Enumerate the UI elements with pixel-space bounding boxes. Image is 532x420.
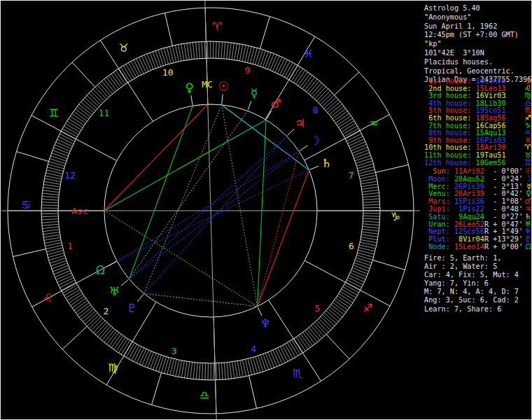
planet-row: Satu: 9Aqu24 - 0°27'♄ — [424, 214, 532, 221]
degree-tick — [362, 229, 379, 231]
chart-header: Astrolog 5.40"Anonymous"Sun April 1, 196… — [424, 4, 532, 85]
degree-tick — [273, 350, 280, 365]
house-number: 10 — [162, 67, 174, 78]
house-cusp-value: 19Tau51 — [476, 152, 506, 160]
mercury-glyph: ☿ — [251, 86, 258, 100]
degree-tick — [243, 360, 246, 376]
house-number: 3 — [172, 346, 177, 356]
degree-tick — [280, 59, 288, 74]
degree-tick — [43, 234, 60, 237]
sign-glyph: ♋ — [21, 198, 31, 211]
degree-tick — [56, 273, 71, 280]
degree-tick — [42, 227, 59, 229]
house-number: 5 — [315, 303, 321, 314]
aspect-line-jupiter-pluto — [144, 136, 287, 294]
degree-tick — [362, 190, 379, 192]
degree-tick — [278, 348, 286, 363]
degree-tick — [240, 360, 244, 377]
header-line: "Anonymous" — [424, 13, 532, 22]
stats-line: Air : 2, Water: 5 — [424, 262, 532, 271]
header-line: Tropical, Geocentric. — [424, 67, 532, 76]
degree-tick — [41, 216, 58, 217]
sign-boundary — [72, 62, 95, 87]
degree-tick — [356, 258, 372, 262]
degree-tick — [190, 362, 192, 379]
degree-tick — [350, 272, 365, 279]
saturn-glyph: ♄ — [321, 156, 332, 170]
house-cusp-list: 1st house: 16Can56♋ 2nd house: 15Leo13♌ … — [424, 78, 532, 167]
degree-tick — [190, 43, 192, 59]
degree-tick — [258, 50, 262, 66]
degree-tick — [184, 43, 187, 60]
degree-tick — [227, 363, 229, 379]
degree-tick — [184, 361, 187, 378]
degree-tick — [283, 345, 290, 360]
sign-boundary — [164, 13, 172, 46]
house-row: 12th house: 18Gem56♊ — [424, 160, 532, 167]
degree-tick — [188, 362, 190, 379]
degree-tick — [363, 221, 379, 223]
daily-motion-value: - 0°24' — [489, 176, 523, 183]
node-glyph: Ω — [96, 263, 105, 277]
degree-tick — [202, 41, 202, 58]
planet-pointer — [267, 111, 272, 119]
degree-tick — [232, 43, 234, 59]
degree-tick — [199, 42, 200, 59]
sign-boundary — [249, 376, 257, 409]
sign-glyph: ♎ — [200, 388, 209, 402]
degree-tick — [355, 260, 371, 266]
degree-tick — [132, 346, 139, 360]
degree-tick — [272, 56, 279, 71]
degree-tick — [348, 277, 363, 284]
stats-line: Fire: 5, Earth: 1, — [424, 254, 532, 262]
degree-tick — [357, 255, 373, 260]
house-label: 1st house: — [424, 78, 476, 85]
degree-tick — [204, 41, 205, 58]
degree-tick — [136, 59, 144, 74]
planet-position-list: Sun: 11Ari02 - 0°00'☉ Moon: 20Aqu52 - 0°… — [424, 168, 532, 251]
header-line: Sun April 1, 1962 — [424, 22, 532, 31]
venus-glyph: ♀ — [186, 80, 194, 94]
daily-motion-value: + 0°00' — [489, 244, 523, 251]
degree-tick — [144, 55, 150, 70]
sign-glyph: ♑ — [391, 210, 400, 223]
degree-tick — [43, 190, 59, 192]
aspect-line-venus-uranus — [129, 106, 192, 279]
degree-tick — [354, 262, 370, 268]
sign-glyph: ♒ — [369, 117, 379, 130]
degree-tick — [234, 361, 237, 378]
stats-line: Yang: 7, Yin: 6 — [424, 279, 532, 288]
degree-tick — [196, 363, 197, 379]
aspect-line-asc-mc — [104, 104, 208, 211]
degree-tick — [350, 141, 365, 148]
aspect-line-saturn-neptune — [258, 170, 309, 307]
degree-tick — [153, 354, 158, 370]
degree-tick — [351, 270, 367, 276]
degree-tick — [45, 176, 61, 179]
degree-tick — [57, 139, 73, 146]
sign-boundary — [17, 152, 49, 162]
degree-tick — [139, 57, 146, 73]
house-number: 4 — [251, 344, 256, 354]
degree-tick — [134, 346, 141, 361]
degree-tick — [230, 362, 232, 379]
degree-tick — [361, 237, 378, 240]
planet-label: Satu: — [424, 214, 450, 221]
degree-tick — [57, 275, 73, 282]
planet-pointer — [222, 94, 223, 104]
house-number: 11 — [99, 108, 110, 118]
degree-tick — [360, 175, 376, 178]
degree-tick — [58, 136, 74, 144]
planet-row: Moon: 20Aqu52 - 0°24'☽ — [424, 176, 532, 183]
degree-tick — [354, 153, 370, 158]
degree-tick — [42, 199, 59, 200]
house-number: 8 — [313, 105, 318, 115]
aspect-line-mars-neptune — [258, 120, 266, 306]
house-label: 6th house: — [424, 115, 476, 122]
house-row: 6th house: 18Sag56♐ — [424, 115, 532, 122]
planet-icon: Ω — [526, 244, 532, 251]
degree-tick — [199, 363, 200, 379]
planet-row: Node: 15Leo14R + 0°00'Ω — [424, 244, 532, 251]
degree-tick — [239, 44, 243, 61]
degree-tick — [60, 280, 75, 288]
